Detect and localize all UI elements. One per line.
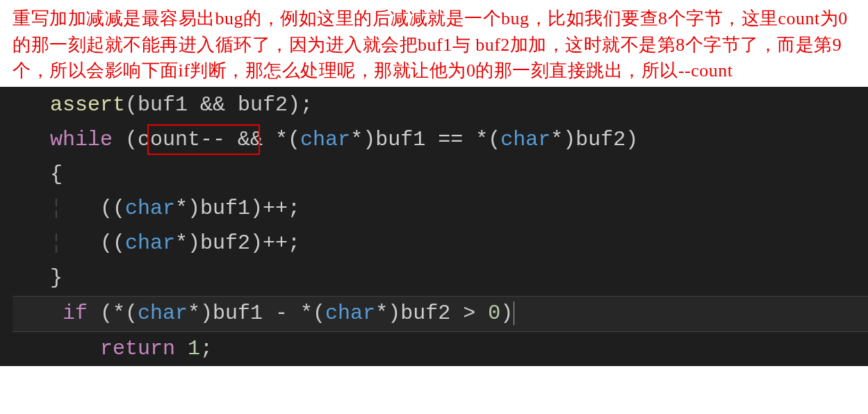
punct: ) — [500, 301, 513, 325]
identifier: buf1 — [138, 93, 188, 117]
identifier: buf2 — [238, 93, 288, 117]
number-literal: 0 — [488, 301, 500, 325]
punct: (( — [100, 231, 125, 255]
code-text: *)buf1 - *( — [188, 301, 325, 325]
code-line-7-highlighted: if (*(char*)buf1 - *(char*)buf2 > 0) — [13, 296, 868, 332]
code-line-3: { — [13, 158, 868, 192]
code-line-4: ¦ ((char*)buf1)++; — [13, 192, 868, 226]
code-line-6: } — [13, 261, 868, 296]
code-text: *)buf2 > — [375, 301, 488, 325]
code-text: *)buf2) — [550, 128, 638, 151]
code-line-2: while (count-- && *(char*)buf1 == *(char… — [13, 123, 868, 158]
type-char: char — [325, 301, 375, 325]
type-char: char — [300, 128, 350, 151]
code-editor: assert(buf1 && buf2); while (count-- && … — [0, 87, 868, 366]
type-char: char — [125, 197, 175, 220]
keyword-if: if — [63, 301, 88, 325]
number-literal: 1 — [188, 337, 200, 361]
func-call: assert — [50, 93, 125, 117]
type-char: char — [138, 301, 188, 325]
brace-open: { — [50, 163, 63, 186]
code-line-1: assert(buf1 && buf2); — [13, 88, 868, 123]
code-text: *)buf1 == *( — [350, 128, 500, 151]
code-text: *)buf1)++; — [175, 197, 300, 220]
type-char: char — [500, 128, 550, 151]
text-cursor — [514, 301, 514, 325]
code-block: assert(buf1 && buf2); while (count-- && … — [0, 88, 868, 366]
code-line-5: ¦ ((char*)buf2)++; — [13, 226, 868, 261]
punct: (*( — [88, 301, 138, 325]
operator: && — [188, 93, 238, 117]
operator: && *( — [225, 128, 300, 151]
code-text: *)buf2)++; — [175, 231, 300, 255]
keyword-while: while — [50, 128, 113, 151]
type-char: char — [125, 231, 175, 255]
identifier-count: count — [138, 128, 200, 151]
explanatory-comment: 重写加加减减是最容易出bug的，例如这里的后减减就是一个bug，比如我们要查8个… — [0, 0, 868, 87]
keyword-return: return — [100, 337, 175, 361]
operator-postdec: -- — [200, 128, 225, 151]
punct: (( — [100, 197, 125, 220]
code-line-8: return 1; — [13, 332, 868, 367]
brace-close: } — [50, 266, 63, 290]
